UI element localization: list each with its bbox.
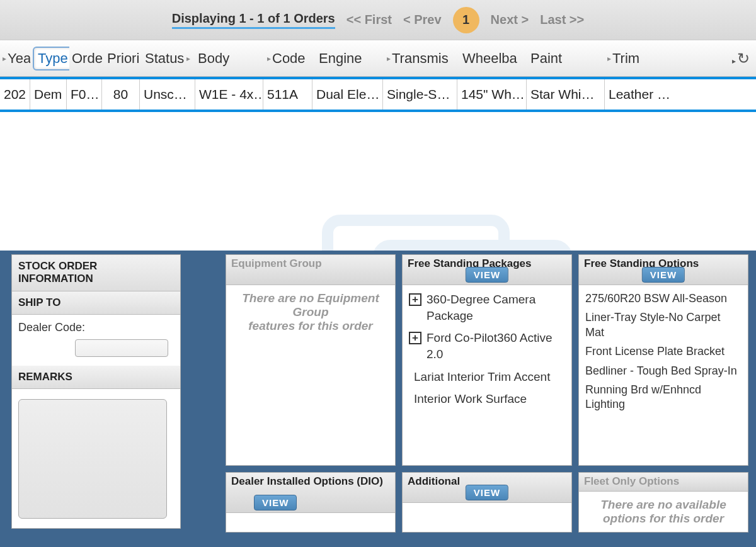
cell-trim: Leather …: [605, 79, 699, 110]
dealer-code-label: Dealer Code:: [18, 321, 85, 334]
left-panel: STOCK ORDER INFORMATION SHIP TO Dealer C…: [0, 251, 181, 547]
col-order[interactable]: Orde: [69, 40, 105, 76]
cell-body: W1E - 4x…: [195, 79, 263, 110]
remarks-body: [12, 389, 180, 528]
expand-icon[interactable]: +: [409, 332, 421, 344]
data-row-container: 202 Dem F0… 80 Unsc… W1E - 4x… 511A Dual…: [0, 77, 756, 112]
stock-order-section: STOCK ORDER INFORMATION SHIP TO Dealer C…: [11, 254, 181, 529]
prev-page-button[interactable]: < Prev: [403, 13, 442, 27]
list-item[interactable]: +Ford Co-Pilot360 Active 2.0: [409, 330, 565, 362]
dio-body: [226, 513, 395, 532]
additional-header: Additional VIEW: [403, 473, 571, 503]
col-priority[interactable]: Priori: [105, 40, 142, 76]
free-standing-options-panel: Free Standing Options VIEW 275/60R20 BSW…: [578, 254, 748, 466]
col-transmission[interactable]: ▸Transmis: [384, 40, 460, 76]
fsp-header: Free Standing Packages VIEW: [403, 255, 571, 285]
col-trim[interactable]: ▸Trim: [605, 40, 687, 76]
cell-status: Unsc…: [140, 79, 195, 110]
remarks-header: REMARKS: [12, 366, 180, 389]
next-page-button[interactable]: Next >: [491, 13, 529, 27]
cell-code: 511A: [263, 79, 312, 110]
fso-header: Free Standing Options VIEW: [579, 255, 748, 285]
first-page-button[interactable]: << First: [346, 13, 392, 27]
fleet-only-options-panel: Fleet Only Options There are no availabl…: [578, 472, 748, 533]
cell-wheelbase: 145" Wh…: [457, 79, 527, 110]
fso-view-button[interactable]: VIEW: [642, 267, 685, 283]
additional-panel: Additional VIEW: [402, 472, 572, 533]
cell-type: Dem: [30, 79, 67, 110]
table-row[interactable]: 202 Dem F0… 80 Unsc… W1E - 4x… 511A Dual…: [0, 79, 756, 110]
additional-view-button[interactable]: VIEW: [466, 485, 508, 500]
col-status[interactable]: Status▸: [142, 40, 195, 76]
fleet-body: There are no available options for this …: [579, 492, 748, 532]
additional-body: [403, 503, 571, 532]
dealer-installed-options-panel: Dealer Installed Options (DIO) VIEW: [226, 472, 396, 533]
list-item[interactable]: Running Brd w/Enhncd Lighting: [585, 383, 742, 412]
cell-transmission: Single-S…: [383, 79, 457, 110]
list-item[interactable]: Bedliner - Tough Bed Spray-In: [585, 364, 742, 378]
stock-order-header: STOCK ORDER INFORMATION: [12, 255, 180, 291]
displaying-text: Displaying 1 - 1 of 1 Orders: [172, 11, 335, 29]
equipment-group-body: There are no Equipment Group features fo…: [226, 285, 395, 465]
refresh-icon[interactable]: ▸↻: [730, 50, 752, 67]
list-item[interactable]: Interior Work Surface: [409, 391, 565, 407]
col-body[interactable]: Body: [195, 40, 265, 76]
cell-year: 202: [0, 79, 30, 110]
fsp-view-button[interactable]: VIEW: [466, 267, 508, 283]
dealer-code-input[interactable]: [75, 339, 168, 357]
cell-order: F0…: [67, 79, 102, 110]
col-wheelbase[interactable]: Wheelba: [460, 40, 528, 76]
col-type-active[interactable]: Type: [33, 47, 69, 70]
remarks-textarea[interactable]: [18, 399, 167, 519]
col-engine[interactable]: Engine: [316, 40, 384, 76]
column-headers: ▸Yea Type Orde Priori Status▸ Body ▸Code…: [0, 40, 756, 77]
expand-icon[interactable]: +: [409, 293, 421, 306]
pagination-bar: Displaying 1 - 1 of 1 Orders << First < …: [0, 0, 756, 40]
dio-view-button[interactable]: VIEW: [254, 495, 297, 510]
ship-to-body: Dealer Code:: [12, 315, 180, 366]
right-panels-grid: Equipment Group There are no Equipment G…: [226, 251, 756, 547]
last-page-button[interactable]: Last >>: [540, 13, 584, 27]
lower-panels-area: STOCK ORDER INFORMATION SHIP TO Dealer C…: [0, 251, 756, 547]
fsp-body: +360-Degree Camera Package +Ford Co-Pilo…: [403, 285, 571, 465]
col-code[interactable]: ▸Code: [265, 40, 316, 76]
current-page-number[interactable]: 1: [453, 7, 479, 33]
cell-paint: Star Whi…: [527, 79, 605, 110]
fleet-header: Fleet Only Options: [579, 473, 748, 492]
list-item[interactable]: Front License Plate Bracket: [585, 344, 742, 359]
ship-to-header: SHIP TO: [12, 291, 180, 315]
list-item[interactable]: 275/60R20 BSW All-Season: [585, 291, 742, 306]
equipment-group-panel: Equipment Group There are no Equipment G…: [226, 254, 396, 466]
free-standing-packages-panel: Free Standing Packages VIEW +360-Degree …: [402, 254, 572, 466]
cell-priority: 80: [102, 79, 140, 110]
list-item[interactable]: +360-Degree Camera Package: [409, 291, 565, 324]
list-item[interactable]: Lariat Interior Trim Accent: [409, 369, 565, 385]
col-year[interactable]: ▸Yea: [0, 40, 30, 76]
fso-body: 275/60R20 BSW All-Season Liner-Tray Styl…: [579, 285, 748, 465]
equipment-group-header: Equipment Group: [226, 255, 395, 285]
cell-engine: Dual Ele…: [312, 79, 383, 110]
col-type[interactable]: Type: [30, 40, 69, 76]
dio-header: Dealer Installed Options (DIO) VIEW: [226, 473, 395, 513]
col-paint[interactable]: Paint: [528, 40, 605, 76]
list-item[interactable]: Liner-Tray Style-No Carpet Mat: [585, 310, 742, 340]
